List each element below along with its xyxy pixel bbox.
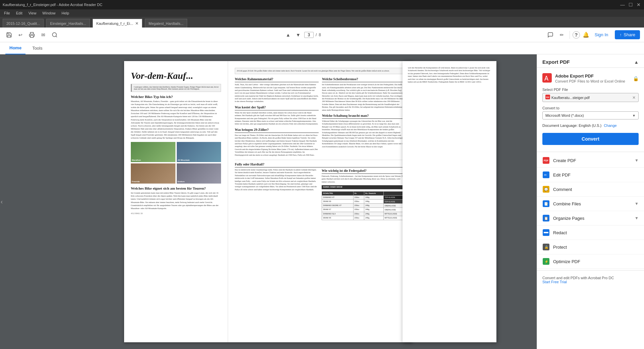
panel-collapse-button[interactable]: ▲ bbox=[634, 59, 639, 65]
tool-redact[interactable]: Redact bbox=[537, 226, 644, 240]
pdf-section-bike-typ: Welcher Bike-Typ bin ich? bbox=[131, 95, 221, 99]
svg-text:PDF: PDF bbox=[546, 96, 549, 98]
email-button[interactable]: ✉ bbox=[38, 30, 48, 40]
left-scroll-arrow[interactable]: ‹ bbox=[1, 198, 3, 205]
pdf-left-column: Vor-dem-Kauf... Catalogue wählen, das In… bbox=[124, 61, 228, 342]
pdf-images-grid: Marathon All Mountain Freeride Enduro bbox=[131, 142, 221, 184]
search-button[interactable] bbox=[50, 30, 60, 40]
help-icon[interactable]: ? bbox=[573, 31, 580, 39]
tool-comment[interactable]: 💬 Comment bbox=[537, 182, 644, 197]
page-down-button[interactable]: ▼ bbox=[294, 31, 302, 39]
tab-close-icon[interactable]: ✕ bbox=[135, 21, 139, 26]
close-button[interactable]: ✕ bbox=[636, 2, 641, 7]
edit-pdf-label: Edit PDF bbox=[553, 172, 571, 178]
combine-files-label: Combine Files bbox=[553, 201, 581, 206]
svg-text:💬: 💬 bbox=[544, 187, 548, 192]
total-pages: 8 bbox=[319, 33, 321, 37]
tool-combine-files[interactable]: 📑 Combine Files ▼ bbox=[537, 197, 644, 211]
tool-organize-pages[interactable]: 📋 Organize Pages ▼ bbox=[537, 211, 644, 226]
svg-text:✏: ✏ bbox=[544, 173, 547, 177]
pdf-heading-rahmenmaterial: Welches Rahmenmaterial? bbox=[235, 77, 319, 82]
pdf-section-touren: Welches Bike eignet sich am besten für T… bbox=[131, 186, 221, 190]
menu-edit[interactable]: Edit bbox=[13, 10, 25, 16]
dropdown-arrow-icon: ▼ bbox=[632, 114, 636, 117]
convert-to-dropdown[interactable]: Microsoft Word (*.docx) ▼ bbox=[542, 111, 639, 119]
pdf-heading-29zoll: Was bringen 29-Zöller? bbox=[235, 128, 319, 133]
file-clear-button[interactable]: ✕ bbox=[632, 95, 636, 100]
select-pdf-label: Select PDF File bbox=[542, 88, 639, 92]
svg-text:⚡: ⚡ bbox=[544, 259, 549, 264]
tab-megatest[interactable]: Megatest_Hardtails... bbox=[145, 19, 187, 28]
pdf-body-29zoll: Das war lange ein Thema: 29-Zöller statt… bbox=[235, 134, 319, 156]
tool-protect[interactable]: 🔒 Protect bbox=[537, 240, 644, 254]
svg-text:📑: 📑 bbox=[544, 202, 548, 206]
tool-redact-left: Redact bbox=[542, 229, 567, 236]
pdf-right-callout: 29-Zoll gegen 29-Zoll: Die großen Räder … bbox=[235, 68, 406, 74]
change-language-link[interactable]: Change bbox=[604, 123, 617, 128]
minimize-button[interactable]: — bbox=[620, 2, 625, 7]
tool-edit-pdf[interactable]: ✏ Edit PDF bbox=[537, 168, 644, 182]
toolbar: ↩ ✉ ▲ ▼ / 8 ✏ ? 🔔 Sign In ↑ Share bbox=[0, 28, 644, 42]
save-button[interactable] bbox=[4, 30, 14, 40]
adobe-export-icon bbox=[542, 73, 552, 84]
tool-organize-pages-left: 📋 Organize Pages bbox=[542, 214, 584, 222]
tool-create-pdf-left: PDF Create PDF bbox=[542, 157, 576, 164]
menu-view[interactable]: View bbox=[26, 10, 39, 16]
pdf-col-right: Welche Scheibenbremse? bei Scheibenbrems… bbox=[322, 77, 406, 156]
create-pdf-icon: PDF bbox=[542, 157, 550, 164]
maximize-button[interactable]: ☐ bbox=[628, 2, 633, 7]
file-input-row[interactable]: PDF Kaufberatu...steiger.pdf ✕ bbox=[542, 93, 639, 102]
pdf-image-enduro: Enduro bbox=[177, 163, 221, 184]
tool-optimize-pdf[interactable]: ⚡ Optimize PDF bbox=[537, 254, 644, 269]
svg-rect-17 bbox=[544, 232, 548, 233]
selected-filename: Kaufberatu...steiger.pdf bbox=[551, 96, 631, 100]
pdf-file-icon: PDF bbox=[545, 95, 550, 100]
menu-bar: File Edit View Window Help bbox=[0, 9, 644, 17]
comment-button[interactable] bbox=[545, 30, 555, 40]
bell-icon[interactable]: 🔔 bbox=[581, 30, 591, 39]
pdf-page-number: 4/12 BIKE 33 bbox=[131, 212, 221, 214]
page-separator: / bbox=[316, 33, 317, 37]
tool-combine-files-left: 📑 Combine Files bbox=[542, 200, 581, 207]
pdf-right-col-inner: Welches Rahmenmaterial? Stahl, Titan, Al… bbox=[235, 77, 406, 156]
tab-megatest-label: Megatest_Hardtails... bbox=[149, 21, 183, 26]
right-panel-header: Export PDF ▲ bbox=[537, 54, 644, 68]
pdf-title: Vor-dem-Kauf... bbox=[131, 71, 221, 81]
annotate-button[interactable]: ✏ bbox=[557, 30, 567, 40]
svg-text:🔒: 🔒 bbox=[544, 245, 549, 249]
app-title: Kaufberatung_f_r_Einsteiger.pdf - Adobe … bbox=[3, 3, 102, 7]
nav-tab-tools[interactable]: Tools bbox=[28, 42, 46, 54]
menu-file[interactable]: File bbox=[1, 10, 13, 16]
svg-point-1 bbox=[52, 33, 56, 37]
print-button[interactable] bbox=[27, 30, 37, 40]
pdf-image-marathon-label: Marathon bbox=[132, 159, 141, 161]
tab-einsteiger[interactable]: Einsteiger_Hardtails... bbox=[46, 19, 90, 28]
page-number-input[interactable] bbox=[304, 32, 314, 38]
start-free-trial-link[interactable]: Start Free Trial bbox=[542, 280, 639, 284]
tab-2015[interactable]: 2015-12-16_Qualit... bbox=[3, 19, 44, 28]
pdf-body-kosten: Wenn Sie den Sport ernsthaft betreiben w… bbox=[235, 111, 319, 126]
pdf-body-scheibenbremse: bei Scheibenbremsen sind die Preisklasse… bbox=[322, 83, 406, 111]
undo-button[interactable]: ↩ bbox=[15, 30, 25, 40]
pdf-heading-fully: Fully oder Hardtail? bbox=[235, 162, 406, 167]
menu-help[interactable]: Help bbox=[59, 10, 72, 16]
panel-bottom: Convert and edit PDFs with Acrobat Pro D… bbox=[537, 272, 644, 288]
convert-button[interactable]: Convert bbox=[542, 133, 639, 145]
menu-window[interactable]: Window bbox=[40, 10, 58, 16]
page-up-button[interactable]: ▲ bbox=[284, 31, 292, 39]
tab-kaufberatung[interactable]: Kaufberatung_f_r_Ei... ✕ bbox=[93, 19, 142, 28]
convert-to-value: Microsoft Word (*.docx) bbox=[545, 113, 584, 117]
tool-optimize-pdf-left: ⚡ Optimize PDF bbox=[542, 258, 580, 265]
organize-pages-label: Organize Pages bbox=[553, 216, 584, 221]
nav-tab-home[interactable]: Home bbox=[5, 42, 25, 54]
svg-text:PDF: PDF bbox=[544, 159, 549, 162]
pdf-body-fully: Das ist mittlerweile keine Glaubensfrage… bbox=[235, 168, 319, 220]
pdf-overlay-text: weil die Hersteller die Komponenten oft … bbox=[408, 66, 491, 83]
sign-in-button[interactable]: Sign In bbox=[592, 31, 611, 39]
adobe-export-title: Adobe Export PDF bbox=[555, 73, 625, 79]
pdf-image-freeride: Freeride bbox=[131, 163, 175, 184]
pdf-viewer[interactable]: ‹ Vor-dem-Kauf... Catalogue wählen, das … bbox=[0, 54, 537, 349]
share-button[interactable]: ↑ Share bbox=[615, 30, 640, 39]
tool-create-pdf[interactable]: PDF Create PDF ▼ bbox=[537, 153, 644, 168]
pdf-body-bike-typ: Marathon, All Mountain, Enduro, Freeride… bbox=[131, 100, 221, 139]
